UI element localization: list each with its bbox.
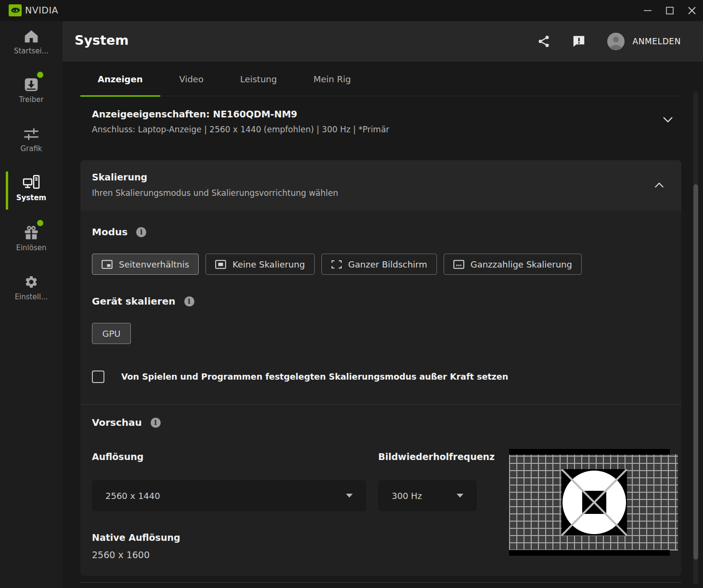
refresh-rate-label: Bildwiederholfrequenz <box>378 451 495 462</box>
share-icon[interactable] <box>537 35 550 48</box>
page-title: System <box>75 33 128 48</box>
sidebar-item-system[interactable]: System <box>0 174 63 202</box>
signin-area[interactable]: ANMELDEN <box>607 33 681 50</box>
sidebar-item-graphics[interactable]: Grafik <box>0 125 63 153</box>
page-header: System <box>63 21 703 62</box>
letterbox-bar-top <box>509 449 670 455</box>
titlebar: NVIDIA <box>0 0 703 21</box>
mode-integer-scaling-button[interactable]: Ganzzahlige Skalierung <box>444 254 582 275</box>
redeem-badge <box>37 220 43 226</box>
mode-button-label: Seitenverhältnis <box>119 259 189 269</box>
no-scaling-icon <box>215 260 226 269</box>
tab-anzeigen[interactable]: Anzeigen <box>80 62 160 96</box>
integer-scaling-icon <box>453 260 464 269</box>
device-section-label: Gerät skalieren i <box>92 295 194 307</box>
update-badge <box>37 72 43 78</box>
section-divider <box>80 404 681 405</box>
driver-download-icon <box>24 76 39 92</box>
mode-button-label: Ganzer Bildschirm <box>348 259 427 269</box>
mode-options: Seitenverhältnis Keine Skalierung <box>92 254 582 275</box>
resolution-dropdown[interactable]: 2560 x 1440 <box>92 480 366 511</box>
gpu-button[interactable]: GPU <box>92 323 131 344</box>
display-properties-subtitle: Anschluss: Laptop-Anzeige | 2560 x 1440 … <box>92 125 389 134</box>
letterbox-bar-bottom <box>509 550 670 556</box>
maximize-button[interactable] <box>659 0 681 21</box>
sidebar-item-label: Einlösen <box>16 243 46 252</box>
info-icon[interactable]: i <box>151 418 161 428</box>
display-properties: Anzeigeeigenschaften: NE160QDM-NM9 Ansch… <box>92 109 389 134</box>
mode-button-label: Ganzzahlige Skalierung <box>471 259 572 269</box>
override-row: Von Spielen und Programmen festgelegten … <box>92 371 508 383</box>
gift-icon <box>24 224 39 240</box>
mode-fullscreen-button[interactable]: Ganzer Bildschirm <box>321 254 437 275</box>
native-resolution-value: 2560 x 1600 <box>92 550 150 560</box>
sidebar-item-redeem[interactable]: Einlösen <box>0 224 63 252</box>
avatar-icon <box>607 33 625 50</box>
sidebar-item-label: Treiber <box>19 95 43 104</box>
native-resolution-label: Native Auflösung <box>92 532 180 543</box>
info-icon[interactable]: i <box>136 227 146 237</box>
active-indicator <box>6 171 8 210</box>
sidebar-item-settings[interactable]: Einstell... <box>0 273 63 301</box>
refresh-rate-value: 300 Hz <box>392 491 422 501</box>
mode-no-scaling-button[interactable]: Keine Skalierung <box>205 254 314 275</box>
resolution-value: 2560 x 1440 <box>105 491 160 501</box>
signin-label: ANMELDEN <box>632 37 681 46</box>
sidebar-item-label: Startsei... <box>14 47 49 55</box>
mode-section-label: Modus i <box>92 226 146 238</box>
app-title: NVIDIA <box>25 5 58 15</box>
caret-down-icon <box>457 494 463 498</box>
nvidia-logo-icon <box>9 4 22 16</box>
sidebar-item-home[interactable]: Startsei... <box>0 27 63 55</box>
chevron-down-icon[interactable] <box>662 116 674 124</box>
mode-button-label: Keine Skalierung <box>232 259 305 269</box>
aspect-ratio-icon <box>102 260 113 269</box>
scaling-subtitle: Ihren Skalierungsmodus und Skalierungsvo… <box>92 188 338 198</box>
sidebar: Startsei... Treiber Grafi <box>0 21 63 588</box>
resolution-label: Auflösung <box>92 451 143 462</box>
scrollbar-thumb[interactable] <box>693 184 698 560</box>
sidebar-item-label: Grafik <box>20 144 42 153</box>
sidebar-item-label: System <box>16 193 46 202</box>
chevron-up-icon[interactable] <box>653 181 665 189</box>
tab-video[interactable]: Video <box>162 62 221 96</box>
test-pattern-icon <box>562 469 627 536</box>
tab-leistung[interactable]: Leistung <box>223 62 294 96</box>
sidebar-item-driver[interactable]: Treiber <box>0 76 63 104</box>
caret-down-icon <box>346 494 353 498</box>
sliders-icon <box>24 125 39 141</box>
preview-section-label: Vorschau i <box>92 417 161 428</box>
scrollbar-track[interactable] <box>693 91 698 585</box>
preview-label: Vorschau <box>92 417 142 428</box>
close-button[interactable] <box>681 0 703 21</box>
gear-icon <box>24 273 39 289</box>
scaling-card-header[interactable]: Skalierung Ihren Skalierungsmodus und Sk… <box>80 160 681 210</box>
fullscreen-icon <box>331 260 342 269</box>
scaling-card: Skalierung Ihren Skalierungsmodus und Sk… <box>80 160 681 576</box>
display-properties-title: Anzeigeeigenschaften: NE160QDM-NM9 <box>92 109 389 119</box>
feedback-icon[interactable] <box>572 34 586 49</box>
minimize-button[interactable] <box>637 0 659 21</box>
device-label: Gerät skalieren <box>92 295 176 307</box>
info-icon[interactable]: i <box>184 296 194 307</box>
scaling-preview-image <box>509 449 678 556</box>
override-label: Von Spielen und Programmen festgelegten … <box>121 372 508 382</box>
refresh-rate-dropdown[interactable]: 300 Hz <box>378 480 477 511</box>
tab-mein-rig[interactable]: Mein Rig <box>296 62 368 96</box>
sidebar-item-label: Einstell... <box>15 293 48 301</box>
tab-bar: Anzeigen Video Leistung Mein Rig <box>80 62 681 96</box>
scaling-title: Skalierung <box>92 172 147 182</box>
mode-aspect-ratio-button[interactable]: Seitenverhältnis <box>92 254 199 275</box>
next-section-divider <box>80 582 681 583</box>
mode-label: Modus <box>92 226 128 238</box>
computer-icon <box>23 174 40 190</box>
override-checkbox[interactable] <box>92 371 104 383</box>
home-icon <box>24 27 39 43</box>
content-area: Anzeigen Video Leistung Mein Rig Anzeige… <box>63 62 703 588</box>
